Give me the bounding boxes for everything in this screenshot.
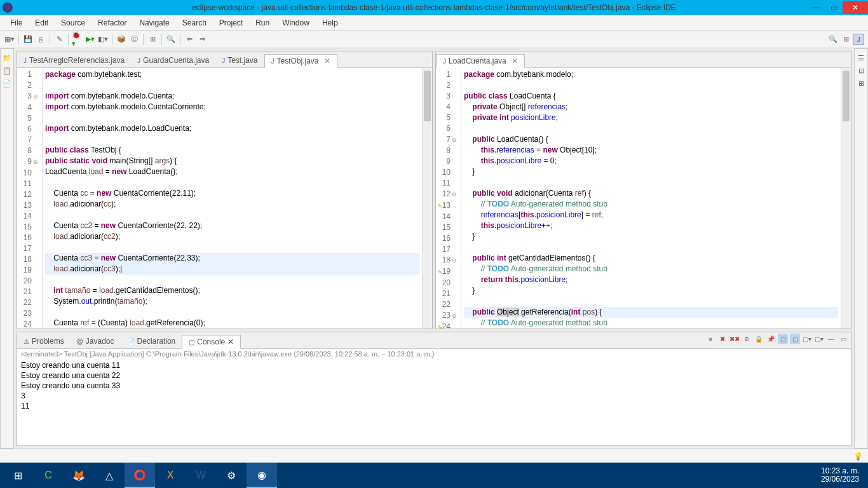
navigator-icon[interactable]: 📋 (2, 65, 12, 76)
left-trim-stack: 📁 📋 📄 (0, 48, 14, 449)
code-left[interactable]: package com.bytebank.test; import com.by… (43, 68, 422, 329)
titlebar: eclipse-workspace - java-util-collection… (0, 0, 868, 15)
task-camtasia[interactable]: C (33, 463, 64, 488)
right-trim-stack: ☰ ⊡ ⊞ (854, 48, 868, 449)
minimize-button[interactable]: — (807, 1, 825, 14)
clock-date: 29/06/2023 (821, 475, 859, 484)
tab-testarregloreferencias-java[interactable]: JTestArregloReferencias.java (17, 53, 131, 67)
menu-edit[interactable]: Edit (29, 17, 55, 29)
hierarchy-icon[interactable]: ⊞ (856, 78, 866, 88)
java-perspective-icon[interactable]: J (853, 34, 864, 45)
open-type-icon[interactable]: ⊞ (147, 34, 158, 45)
menu-file[interactable]: File (4, 17, 29, 29)
clear-console-icon[interactable]: 🗎 (742, 334, 752, 344)
perspective-open-icon[interactable]: ⊞ (840, 34, 851, 45)
run-icon[interactable]: ▶▾ (85, 34, 96, 45)
task-xampp[interactable]: X (155, 463, 186, 488)
menu-run[interactable]: Run (249, 17, 276, 29)
wand-icon[interactable]: ✎ (53, 34, 65, 45)
maximize-button[interactable]: ▭ (825, 1, 843, 14)
statusbar: 💡 (0, 449, 868, 463)
search-icon[interactable]: 🔍 (165, 34, 177, 45)
tab-testobj-java[interactable]: JTestObj.java✕ (264, 54, 337, 68)
menu-source[interactable]: Source (55, 17, 92, 29)
gutter-left: 123⊖456789⊖10111213141516171819202122232… (17, 68, 43, 329)
nav-fwd-icon[interactable]: ⇒ (196, 34, 208, 45)
menubar: FileEditSourceRefactorNavigateSearchProj… (0, 15, 868, 30)
console-toolbar: ■ ✖ ✖✖ 🗎 🔒 📌 ▢ ▢ ▢▾ ▢▾ — ▭ (705, 334, 848, 344)
task-chrome[interactable]: ⭕ (125, 463, 155, 488)
system-tray[interactable]: 10:23 a. m. 29/06/2023 (815, 467, 865, 484)
bottom-tabs: ⚠ Problems@ Javadoc📄 Declaration▢ Consol… (17, 332, 851, 349)
task-list-icon[interactable]: ☰ (856, 53, 866, 63)
outline-icon[interactable]: ⊡ (856, 65, 866, 76)
debug-icon[interactable]: 🐞▾ (72, 34, 83, 45)
new-icon[interactable]: ▦▾ (4, 34, 15, 45)
pin-console-icon[interactable]: 📌 (766, 334, 776, 344)
remove-launch-icon[interactable]: ✖ (717, 334, 728, 344)
new-class-icon[interactable]: Ⓒ (128, 34, 140, 45)
tab-test-java[interactable]: JTest.java (215, 53, 264, 67)
close-button[interactable]: ✕ (843, 1, 868, 14)
open-console-icon[interactable]: ▢▾ (802, 334, 812, 344)
paste-icon[interactable]: 📄 (2, 78, 12, 88)
save-icon[interactable]: 💾 (22, 34, 34, 45)
menu-refactor[interactable]: Refactor (92, 17, 133, 29)
menu-window[interactable]: Window (276, 17, 316, 29)
gutter-right: 1234567⊖89101112⊖✎131415161718⊖✎19202122… (436, 68, 461, 329)
display-icon[interactable]: ▢ (790, 334, 800, 344)
coverage-icon[interactable]: ◧▾ (97, 34, 109, 45)
task-eclipse[interactable]: ◉ (247, 463, 277, 488)
main-toolbar: ▦▾ 💾 ⎘ ✎ 🐞▾ ▶▾ ◧▾ 📦 Ⓒ ⊞ 🔍 ⇐ ⇒ 🔍 ⊞ J (0, 30, 868, 48)
java-file-icon: J (443, 58, 446, 65)
java-file-icon: J (222, 57, 225, 64)
editor-tabs-left: JTestArregloReferencias.javaJGuardaCuent… (17, 51, 432, 68)
btab-console[interactable]: ▢ Console ✕ (182, 335, 241, 349)
new-console-icon[interactable]: ▢▾ (814, 334, 824, 344)
tip-icon: 💡 (853, 452, 863, 461)
package-explorer-icon[interactable]: 📁 (2, 53, 12, 63)
java-file-icon: J (137, 57, 140, 64)
btab-javadoc[interactable]: @ Javadoc (71, 334, 121, 348)
btab-problems[interactable]: ⚠ Problems (17, 334, 71, 348)
editor-left: JTestArregloReferencias.javaJGuardaCuent… (17, 51, 433, 329)
remove-all-icon[interactable]: ✖✖ (729, 334, 740, 344)
eclipse-icon (3, 3, 13, 13)
windows-taskbar: ⊞ C 🦊 △ ⭕ X W ⚙ ◉ 10:23 a. m. 29/06/2023 (0, 463, 868, 488)
scrollbar-right[interactable] (841, 68, 851, 329)
minimize-view-icon[interactable]: — (826, 334, 836, 344)
bottom-pane: ⚠ Problems@ Javadoc📄 Declaration▢ Consol… (17, 332, 851, 446)
start-button[interactable]: ⊞ (3, 463, 33, 488)
task-firefox[interactable]: 🦊 (64, 463, 94, 488)
task-vlc[interactable]: △ (94, 463, 125, 488)
save-all-icon[interactable]: ⎘ (35, 34, 46, 45)
menu-navigate[interactable]: Navigate (133, 17, 175, 29)
quick-access-icon[interactable]: 🔍 (827, 34, 839, 45)
terminate-icon[interactable]: ■ (705, 334, 715, 344)
task-settings[interactable]: ⚙ (216, 463, 247, 488)
show-console-icon[interactable]: ▢ (778, 334, 788, 344)
maximize-view-icon[interactable]: ▭ (838, 334, 848, 344)
close-tab-icon[interactable]: ✕ (227, 337, 234, 346)
code-right[interactable]: package com.bytebank.modelo; public clas… (461, 68, 841, 329)
close-tab-icon[interactable]: ✕ (512, 57, 518, 65)
scrollbar-left[interactable] (422, 68, 432, 329)
scroll-lock-icon[interactable]: 🔒 (754, 334, 764, 344)
new-package-icon[interactable]: 📦 (116, 34, 127, 45)
close-tab-icon[interactable]: ✕ (324, 57, 330, 65)
console-header: <terminated> TestObj [Java Application] … (17, 349, 851, 359)
java-file-icon: J (24, 57, 27, 64)
tab-loadcuenta-java[interactable]: JLoadCuenta.java✕ (436, 54, 525, 68)
window-title: eclipse-workspace - java-util-collection… (192, 3, 676, 12)
menu-project[interactable]: Project (213, 17, 249, 29)
btab-declaration[interactable]: 📄 Declaration (121, 334, 182, 348)
editor-tabs-right: JLoadCuenta.java✕ (436, 51, 851, 68)
task-word[interactable]: W (186, 463, 216, 488)
tab-guardacuenta-java[interactable]: JGuardaCuenta.java (131, 53, 215, 67)
menu-help[interactable]: Help (316, 17, 344, 29)
java-file-icon: J (271, 58, 275, 65)
menu-search[interactable]: Search (176, 17, 213, 29)
nav-back-icon[interactable]: ⇐ (184, 34, 195, 45)
console-output[interactable]: Estoy creando una cuenta 11Estoy creando… (17, 359, 851, 445)
editor-right: JLoadCuenta.java✕ 1234567⊖89101112⊖✎1314… (435, 51, 851, 329)
